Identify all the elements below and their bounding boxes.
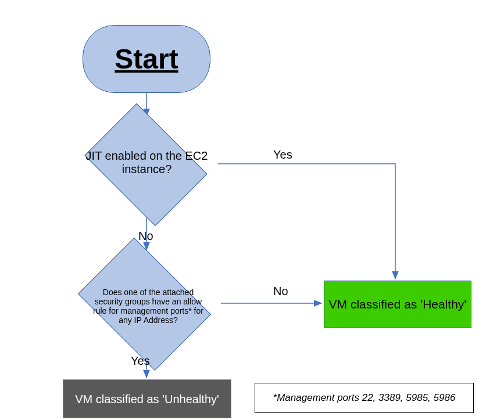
healthy-node: VM classified as 'Healthy' bbox=[324, 281, 471, 328]
edge-label-d1-no: No bbox=[138, 229, 153, 243]
decision-2-text: Does one of the attached security groups… bbox=[90, 265, 206, 347]
healthy-label: VM classified as 'Healthy' bbox=[329, 296, 467, 312]
unhealthy-label: VM classified as 'Unhealthy' bbox=[75, 392, 219, 407]
start-node: Start bbox=[83, 25, 210, 93]
decision-1-text: JIT enabled on the EC2 instance? bbox=[76, 131, 218, 195]
note-label: *Management ports 22, 3389, 5985, 5986 bbox=[273, 392, 456, 404]
flowchart-connectors bbox=[0, 0, 504, 420]
edge-label-d1-yes: Yes bbox=[273, 148, 292, 161]
edge-label-d2-no: No bbox=[273, 285, 288, 298]
start-label: Start bbox=[115, 43, 178, 75]
note-box: *Management ports 22, 3389, 5985, 5986 bbox=[255, 383, 474, 413]
unhealthy-node: VM classified as 'Unhealthy' bbox=[63, 379, 231, 418]
edge-label-d2-yes: Yes bbox=[131, 354, 150, 368]
